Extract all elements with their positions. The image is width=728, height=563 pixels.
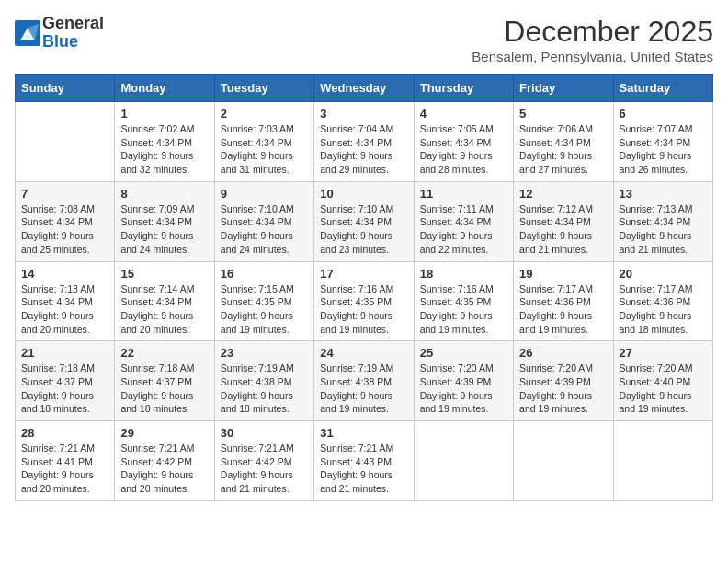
- day-number: 2: [221, 107, 308, 121]
- calendar-cell: 30Sunrise: 7:21 AM Sunset: 4:42 PM Dayli…: [214, 421, 313, 501]
- calendar-cell: 16Sunrise: 7:15 AM Sunset: 4:35 PM Dayli…: [214, 261, 313, 341]
- calendar-week-5: 28Sunrise: 7:21 AM Sunset: 4:41 PM Dayli…: [16, 421, 713, 501]
- title-block: December 2025 Bensalem, Pennsylvania, Un…: [472, 15, 713, 64]
- day-info: Sunrise: 7:10 AM Sunset: 4:34 PM Dayligh…: [320, 202, 407, 257]
- day-number: 7: [21, 187, 108, 201]
- day-info: Sunrise: 7:20 AM Sunset: 4:39 PM Dayligh…: [420, 362, 507, 416]
- page-header: General Blue December 2025 Bensalem, Pen…: [15, 15, 713, 64]
- day-header-tuesday: Tuesday: [214, 75, 313, 102]
- calendar-cell: 4Sunrise: 7:05 AM Sunset: 4:34 PM Daylig…: [414, 102, 513, 182]
- day-info: Sunrise: 7:03 AM Sunset: 4:34 PM Dayligh…: [221, 122, 308, 177]
- calendar-cell: 11Sunrise: 7:11 AM Sunset: 4:34 PM Dayli…: [414, 181, 513, 261]
- day-info: Sunrise: 7:04 AM Sunset: 4:34 PM Dayligh…: [320, 122, 407, 177]
- calendar-cell: 29Sunrise: 7:21 AM Sunset: 4:42 PM Dayli…: [115, 421, 214, 501]
- calendar-cell: 7Sunrise: 7:08 AM Sunset: 4:34 PM Daylig…: [16, 181, 115, 261]
- day-header-friday: Friday: [514, 75, 613, 102]
- day-info: Sunrise: 7:10 AM Sunset: 4:34 PM Dayligh…: [221, 202, 308, 257]
- day-number: 9: [221, 187, 308, 201]
- calendar-cell: 19Sunrise: 7:17 AM Sunset: 4:36 PM Dayli…: [514, 261, 613, 341]
- day-number: 27: [620, 346, 707, 360]
- day-number: 30: [221, 426, 308, 440]
- day-info: Sunrise: 7:17 AM Sunset: 4:36 PM Dayligh…: [620, 282, 707, 337]
- day-info: Sunrise: 7:06 AM Sunset: 4:34 PM Dayligh…: [519, 122, 607, 177]
- calendar-cell: 25Sunrise: 7:20 AM Sunset: 4:39 PM Dayli…: [414, 341, 513, 421]
- day-number: 20: [620, 267, 707, 281]
- day-info: Sunrise: 7:18 AM Sunset: 4:37 PM Dayligh…: [120, 362, 208, 416]
- day-number: 12: [519, 187, 607, 201]
- day-number: 17: [320, 267, 407, 281]
- day-info: Sunrise: 7:21 AM Sunset: 4:41 PM Dayligh…: [21, 442, 108, 496]
- calendar-cell: 6Sunrise: 7:07 AM Sunset: 4:34 PM Daylig…: [613, 102, 712, 182]
- day-info: Sunrise: 7:17 AM Sunset: 4:36 PM Dayligh…: [519, 282, 607, 337]
- day-header-sunday: Sunday: [16, 75, 115, 102]
- day-header-wednesday: Wednesday: [314, 75, 414, 102]
- calendar-week-4: 21Sunrise: 7:18 AM Sunset: 4:37 PM Dayli…: [16, 341, 713, 421]
- day-number: 29: [120, 426, 208, 440]
- day-number: 13: [620, 187, 707, 201]
- day-number: 31: [320, 426, 407, 440]
- calendar-cell: 1Sunrise: 7:02 AM Sunset: 4:34 PM Daylig…: [115, 102, 214, 182]
- day-info: Sunrise: 7:02 AM Sunset: 4:34 PM Dayligh…: [120, 122, 208, 177]
- day-info: Sunrise: 7:15 AM Sunset: 4:35 PM Dayligh…: [221, 282, 308, 337]
- day-number: 24: [320, 346, 407, 360]
- calendar-cell: 26Sunrise: 7:20 AM Sunset: 4:39 PM Dayli…: [514, 341, 613, 421]
- day-info: Sunrise: 7:21 AM Sunset: 4:42 PM Dayligh…: [221, 442, 308, 496]
- calendar-cell: 5Sunrise: 7:06 AM Sunset: 4:34 PM Daylig…: [514, 102, 613, 182]
- calendar-header-row: SundayMondayTuesdayWednesdayThursdayFrid…: [16, 75, 713, 102]
- day-info: Sunrise: 7:14 AM Sunset: 4:34 PM Dayligh…: [120, 282, 208, 337]
- calendar-cell: 31Sunrise: 7:21 AM Sunset: 4:43 PM Dayli…: [314, 421, 414, 501]
- calendar-cell: 18Sunrise: 7:16 AM Sunset: 4:35 PM Dayli…: [414, 261, 513, 341]
- calendar-cell: 21Sunrise: 7:18 AM Sunset: 4:37 PM Dayli…: [16, 341, 115, 421]
- day-header-thursday: Thursday: [414, 75, 513, 102]
- day-info: Sunrise: 7:19 AM Sunset: 4:38 PM Dayligh…: [320, 362, 407, 416]
- day-number: 15: [120, 267, 208, 281]
- calendar-cell: 15Sunrise: 7:14 AM Sunset: 4:34 PM Dayli…: [115, 261, 214, 341]
- calendar-cell: 22Sunrise: 7:18 AM Sunset: 4:37 PM Dayli…: [115, 341, 214, 421]
- calendar-cell: 3Sunrise: 7:04 AM Sunset: 4:34 PM Daylig…: [314, 102, 414, 182]
- day-info: Sunrise: 7:20 AM Sunset: 4:40 PM Dayligh…: [620, 362, 707, 416]
- day-info: Sunrise: 7:07 AM Sunset: 4:34 PM Dayligh…: [620, 122, 707, 177]
- location: Bensalem, Pennsylvania, United States: [472, 49, 713, 64]
- day-number: 10: [320, 187, 407, 201]
- calendar-cell: 23Sunrise: 7:19 AM Sunset: 4:38 PM Dayli…: [214, 341, 313, 421]
- calendar-week-1: 1Sunrise: 7:02 AM Sunset: 4:34 PM Daylig…: [16, 102, 713, 182]
- day-number: 16: [221, 267, 308, 281]
- day-info: Sunrise: 7:05 AM Sunset: 4:34 PM Dayligh…: [420, 122, 507, 177]
- day-info: Sunrise: 7:13 AM Sunset: 4:34 PM Dayligh…: [620, 202, 707, 257]
- day-number: 5: [519, 107, 607, 121]
- calendar-cell: 13Sunrise: 7:13 AM Sunset: 4:34 PM Dayli…: [613, 181, 712, 261]
- day-info: Sunrise: 7:18 AM Sunset: 4:37 PM Dayligh…: [21, 362, 108, 416]
- calendar-cell: 12Sunrise: 7:12 AM Sunset: 4:34 PM Dayli…: [514, 181, 613, 261]
- day-number: 21: [21, 346, 108, 360]
- logo-icon: [15, 20, 40, 46]
- calendar-week-3: 14Sunrise: 7:13 AM Sunset: 4:34 PM Dayli…: [16, 261, 713, 341]
- calendar-cell: 10Sunrise: 7:10 AM Sunset: 4:34 PM Dayli…: [314, 181, 414, 261]
- calendar-cell: 17Sunrise: 7:16 AM Sunset: 4:35 PM Dayli…: [314, 261, 414, 341]
- logo: General Blue: [15, 15, 104, 52]
- day-info: Sunrise: 7:19 AM Sunset: 4:38 PM Dayligh…: [221, 362, 308, 416]
- calendar-cell: 20Sunrise: 7:17 AM Sunset: 4:36 PM Dayli…: [613, 261, 712, 341]
- calendar-cell: [414, 421, 513, 501]
- day-info: Sunrise: 7:21 AM Sunset: 4:42 PM Dayligh…: [120, 442, 208, 496]
- calendar-cell: 8Sunrise: 7:09 AM Sunset: 4:34 PM Daylig…: [115, 181, 214, 261]
- day-info: Sunrise: 7:13 AM Sunset: 4:34 PM Dayligh…: [21, 282, 108, 337]
- day-info: Sunrise: 7:11 AM Sunset: 4:34 PM Dayligh…: [420, 202, 507, 257]
- day-info: Sunrise: 7:21 AM Sunset: 4:43 PM Dayligh…: [320, 442, 407, 496]
- logo-general-text: General: [42, 15, 104, 33]
- day-number: 19: [519, 267, 607, 281]
- day-number: 23: [221, 346, 308, 360]
- logo-blue-text: Blue: [42, 33, 104, 52]
- day-number: 11: [420, 187, 507, 201]
- day-number: 26: [519, 346, 607, 360]
- day-number: 4: [420, 107, 507, 121]
- day-info: Sunrise: 7:16 AM Sunset: 4:35 PM Dayligh…: [420, 282, 507, 337]
- calendar-cell: 27Sunrise: 7:20 AM Sunset: 4:40 PM Dayli…: [613, 341, 712, 421]
- calendar-cell: [514, 421, 613, 501]
- day-number: 14: [21, 267, 108, 281]
- day-number: 8: [120, 187, 208, 201]
- day-number: 22: [120, 346, 208, 360]
- calendar-week-2: 7Sunrise: 7:08 AM Sunset: 4:34 PM Daylig…: [16, 181, 713, 261]
- day-number: 25: [420, 346, 507, 360]
- calendar-cell: 24Sunrise: 7:19 AM Sunset: 4:38 PM Dayli…: [314, 341, 414, 421]
- day-number: 6: [620, 107, 707, 121]
